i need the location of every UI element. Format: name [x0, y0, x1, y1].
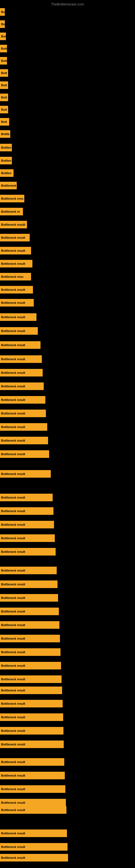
- bar-label-5: Bott: [1, 59, 7, 62]
- bar-label-54: Bottleneck result: [1, 729, 25, 733]
- bar-item-15: Bottleneck: [0, 182, 17, 189]
- bar-item-44: Bottleneck result: [0, 594, 58, 601]
- bar-item-34: Bottleneck result: [0, 437, 48, 444]
- bar-label-2: Bo: [1, 23, 5, 26]
- bar-label-56: Bottleneck result: [1, 760, 25, 764]
- bar-label-53: Bottleneck result: [1, 716, 25, 719]
- bar-label-21: Bottleneck result: [1, 262, 25, 265]
- bar-label-20: Bottleneck result: [1, 249, 25, 252]
- bar-item-57: Bottleneck result: [0, 772, 65, 779]
- bar-item-16: Bottleneck resu: [0, 195, 24, 203]
- bar-item-56: Bottleneck result: [0, 758, 64, 766]
- bar-item-55: Bottleneck result: [0, 741, 64, 748]
- bar-item-32: Bottleneck result: [0, 410, 46, 417]
- bar-label-3: Bot: [1, 35, 6, 38]
- bar-item-52: Bottleneck result: [0, 700, 63, 707]
- bar-item-3: Bot: [0, 33, 6, 40]
- bar-label-22: Bottleneck resu: [1, 275, 24, 278]
- bar-label-52: Bottleneck result: [1, 702, 25, 705]
- bar-item-1: Bo: [0, 8, 5, 16]
- bar-item-20: Bottleneck result: [0, 247, 31, 254]
- bar-item-61: Bottleneck result: [0, 830, 67, 837]
- bar-label-48: Bottleneck result: [1, 650, 25, 654]
- bar-item-26: Bottleneck result: [0, 327, 38, 335]
- bar-label-14: Bottlen: [1, 172, 11, 175]
- bar-item-62: Bottleneck result: [0, 843, 68, 850]
- bar-item-5: Bott: [0, 57, 7, 65]
- bar-item-60: Bottleneck result: [0, 806, 66, 814]
- bar-item-48: Bottleneck result: [0, 648, 60, 656]
- bar-label-37: Bottleneck result: [1, 496, 25, 499]
- bar-item-13: Bottlen: [0, 157, 12, 164]
- bar-item-53: Bottleneck result: [0, 713, 63, 721]
- bar-label-17: Bottleneck re: [1, 210, 20, 213]
- bar-item-9: Bott: [0, 106, 8, 113]
- bar-label-9: Bott: [1, 108, 7, 111]
- bar-item-24: Bottleneck result: [0, 299, 34, 307]
- bar-item-39: Bottleneck result: [0, 521, 54, 528]
- bar-label-24: Bottleneck result: [1, 301, 25, 304]
- bar-label-19: Bottleneck result: [1, 236, 25, 239]
- bar-label-15: Bottleneck: [1, 184, 16, 187]
- bar-item-54: Bottleneck result: [0, 727, 63, 735]
- bar-label-4: Bott: [1, 47, 7, 50]
- bar-item-17: Bottleneck re: [0, 208, 23, 215]
- bar-item-21: Bottleneck result: [0, 260, 32, 268]
- site-title: TheBottlenecker.com: [0, 0, 135, 7]
- bar-label-58: Bottleneck result: [1, 787, 25, 791]
- bar-label-57: Bottleneck result: [1, 774, 25, 777]
- bar-label-25: Bottleneck result: [1, 315, 25, 319]
- bar-label-27: Bottleneck result: [1, 343, 25, 347]
- bar-item-41: Bottleneck result: [0, 548, 56, 556]
- bar-label-43: Bottleneck result: [1, 583, 25, 586]
- bar-item-50: Bottleneck result: [0, 675, 61, 683]
- bar-label-60: Bottleneck result: [1, 808, 25, 812]
- bar-item-37: Bottleneck result: [0, 494, 53, 501]
- bar-label-47: Bottleneck result: [1, 637, 25, 640]
- bar-item-8: Bott: [0, 94, 8, 101]
- bar-label-6: Bott: [1, 71, 7, 74]
- bar-item-11: Bottle: [0, 130, 10, 138]
- bar-label-8: Bott: [1, 96, 7, 99]
- bar-label-35: Bottleneck result: [1, 453, 25, 456]
- bar-item-49: Bottleneck result: [0, 662, 61, 670]
- bar-item-51: Bottleneck result: [0, 686, 62, 694]
- bar-label-41: Bottleneck result: [1, 550, 25, 553]
- bar-item-30: Bottleneck result: [0, 382, 44, 390]
- bar-label-7: Bott: [1, 84, 7, 87]
- bar-item-45: Bottleneck result: [0, 608, 59, 615]
- bar-item-59: Bottleneck result: [0, 799, 66, 806]
- bar-label-44: Bottleneck result: [1, 596, 25, 599]
- bar-label-49: Bottleneck result: [1, 664, 25, 667]
- bar-item-23: Bottleneck result: [0, 286, 33, 293]
- bar-item-38: Bottleneck result: [0, 507, 53, 515]
- bar-label-34: Bottleneck result: [1, 439, 25, 442]
- bar-item-33: Bottleneck result: [0, 423, 47, 431]
- bar-item-35: Bottleneck result: [0, 450, 49, 458]
- bar-label-23: Bottleneck result: [1, 288, 25, 291]
- bar-item-43: Bottleneck result: [0, 581, 57, 588]
- bar-label-12: Bottlen: [1, 146, 11, 149]
- bar-item-4: Bott: [0, 45, 7, 52]
- bar-label-28: Bottleneck result: [1, 358, 25, 361]
- bar-label-55: Bottleneck result: [1, 743, 25, 746]
- bar-item-27: Bottleneck result: [0, 341, 41, 349]
- bar-item-31: Bottleneck result: [0, 396, 45, 404]
- bar-label-30: Bottleneck result: [1, 384, 25, 388]
- bar-item-6: Bott: [0, 69, 8, 77]
- bar-item-7: Bott: [0, 82, 8, 89]
- bar-item-46: Bottleneck result: [0, 621, 59, 629]
- bar-item-58: Bottleneck result: [0, 785, 65, 793]
- bar-label-61: Bottleneck result: [1, 832, 25, 835]
- bar-label-50: Bottleneck result: [1, 678, 25, 681]
- bar-label-36: Bottleneck result: [1, 472, 25, 475]
- bar-label-59: Bottleneck result: [1, 801, 25, 804]
- bar-item-36: Bottleneck result: [0, 470, 51, 478]
- bar-label-29: Bottleneck result: [1, 371, 25, 374]
- bar-item-10: Bott: [0, 118, 9, 126]
- bar-item-28: Bottleneck result: [0, 355, 42, 363]
- bar-item-19: Bottleneck result: [0, 234, 30, 241]
- bar-label-62: Bottleneck result: [1, 845, 25, 848]
- bar-item-2: Bo: [0, 20, 5, 28]
- bar-item-25: Bottleneck result: [0, 313, 37, 321]
